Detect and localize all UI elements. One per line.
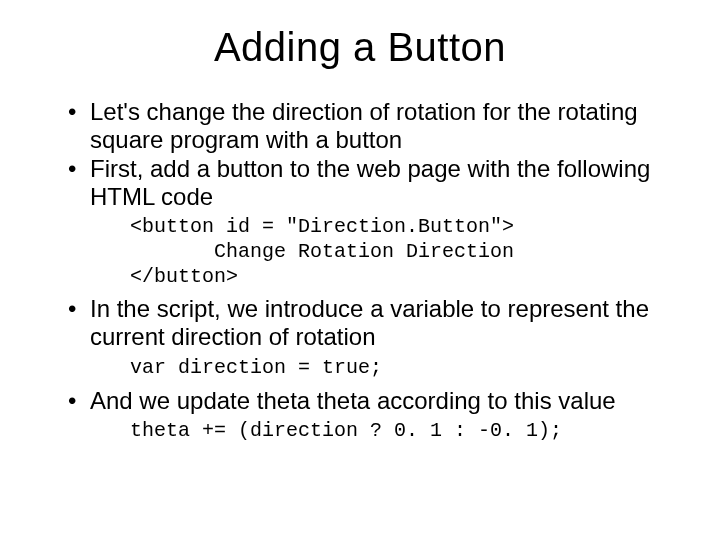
bullet-list: In the script, we introduce a variable t… bbox=[62, 295, 670, 350]
code-line: theta += (direction ? 0. 1 : -0. 1); bbox=[62, 418, 670, 444]
bullet-text: In the script, we introduce a variable t… bbox=[90, 295, 649, 350]
bullet-item: Let's change the direction of rotation f… bbox=[62, 98, 670, 153]
bullet-list: And we update theta theta according to t… bbox=[62, 387, 670, 415]
bullet-item: First, add a button to the web page with… bbox=[62, 155, 670, 210]
code-block: <button id = "Direction.Button"> Change … bbox=[62, 214, 670, 289]
bullet-list: Let's change the direction of rotation f… bbox=[62, 98, 670, 210]
bullet-text: And we update theta theta according to t… bbox=[90, 387, 616, 414]
code-line: var direction = true; bbox=[62, 355, 670, 381]
slide-content: Let's change the direction of rotation f… bbox=[50, 98, 670, 444]
bullet-item: And we update theta theta according to t… bbox=[62, 387, 670, 415]
bullet-text: First, add a button to the web page with… bbox=[90, 155, 650, 210]
bullet-text: Let's change the direction of rotation f… bbox=[90, 98, 638, 153]
bullet-item: In the script, we introduce a variable t… bbox=[62, 295, 670, 350]
slide-title: Adding a Button bbox=[50, 25, 670, 70]
